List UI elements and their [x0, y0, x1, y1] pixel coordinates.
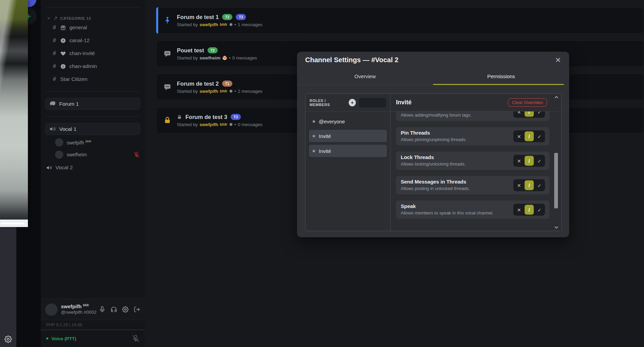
- forum-channel-forum-1[interactable]: Forum 1: [45, 98, 140, 110]
- author-tag: bhfr: [220, 22, 227, 27]
- category-header[interactable]: CATEGORIE 12: [47, 16, 139, 20]
- deny-button[interactable]: ✕: [514, 156, 524, 166]
- logout-icon[interactable]: [134, 306, 140, 313]
- speaker-icon: [49, 126, 56, 132]
- neutral-button[interactable]: /: [525, 111, 534, 117]
- hash-icon: #: [52, 76, 57, 83]
- channel-name: general: [69, 24, 87, 31]
- role-label: @everyone: [319, 119, 345, 124]
- voice-user-swefpifh[interactable]: swefpifh bhfr: [55, 138, 139, 147]
- post-title: Pouet test: [177, 47, 204, 54]
- tab-overview[interactable]: Overview: [297, 68, 433, 85]
- sidebar-channel-general[interactable]: # general: [41, 21, 145, 34]
- permission-row: Send Messages in Threads Allows posting …: [396, 176, 549, 194]
- post-author: swefpifh: [200, 22, 218, 27]
- gift-icon: [60, 25, 66, 31]
- build-info-text: PHP 8.2.29 | 14:49: [46, 323, 82, 327]
- permission-row: Pin Threads Allows pinning/unpinning thr…: [396, 127, 549, 145]
- role-item-invite[interactable]: Invité: [309, 130, 387, 142]
- started-by-label: Started by: [177, 55, 198, 60]
- started-by-label: Started by: [177, 122, 198, 127]
- deny-button[interactable]: ✕: [514, 180, 524, 190]
- roles-search-box[interactable]: [359, 98, 386, 107]
- voice-channel-vocal-2[interactable]: Vocal 2: [46, 164, 139, 171]
- tab-permissions[interactable]: Permissions: [433, 68, 569, 85]
- info-circle-icon: i: [60, 64, 66, 69]
- gear-icon[interactable]: [122, 306, 129, 313]
- message-count: 0 messages: [238, 122, 263, 127]
- deny-button[interactable]: ✕: [514, 132, 524, 141]
- sidebar-channel-chan-invite[interactable]: # chan-invité: [41, 47, 145, 60]
- channel-name: canal-12: [69, 37, 89, 44]
- allow-button[interactable]: ✓: [535, 111, 544, 117]
- permission-title: Speak: [401, 203, 514, 209]
- voice-channel-label: Vocal 2: [55, 164, 73, 171]
- user-handle: @swefpifh #0002: [61, 310, 97, 315]
- neutral-button[interactable]: /: [525, 180, 534, 190]
- close-icon[interactable]: ✕: [555, 56, 561, 64]
- hammer-icon: [53, 16, 58, 20]
- hash-icon: #: [52, 37, 57, 44]
- permission-toggle: ✕ / ✓: [513, 204, 545, 216]
- mic-icon[interactable]: [99, 306, 105, 313]
- divider: [46, 91, 139, 91]
- voice-user-swefheim[interactable]: swefheim: [55, 150, 139, 159]
- role-item-everyone[interactable]: @everyone: [309, 116, 387, 127]
- allow-button[interactable]: ✓: [535, 156, 544, 166]
- tag-badge: T2: [208, 47, 218, 53]
- voice-connected-dot: [46, 337, 48, 340]
- snowflake-emoji-icon: ❄: [229, 89, 233, 94]
- snowflake-emoji-icon: ❄: [229, 122, 233, 127]
- dot-separator: •: [234, 122, 236, 127]
- deny-button[interactable]: ✕: [514, 205, 524, 215]
- permission-description: Allows posting in unlocked threads.: [401, 186, 514, 191]
- post-author: swefpifh: [200, 122, 218, 127]
- scroll-down-icon[interactable]: [554, 225, 559, 229]
- permission-toggle: ✕ / ✓: [513, 179, 545, 191]
- post-title: Forum de test 2: [177, 81, 219, 87]
- mic-slash-icon[interactable]: [132, 335, 139, 342]
- neutral-button[interactable]: /: [525, 156, 534, 166]
- add-role-button[interactable]: +: [349, 99, 356, 106]
- permission-title: Lock Threads: [401, 154, 514, 160]
- forum-post-card[interactable]: Forum de test 1 T2 T3 Started by swefpif…: [156, 7, 644, 34]
- roles-panel: ROLES / MEMBERS + @everyone Invité: [306, 94, 391, 231]
- post-author: swefpifh: [200, 89, 218, 94]
- pushpin-icon: [162, 16, 172, 24]
- hash-icon: #: [52, 63, 57, 70]
- photo-window-bottom-bar: [0, 220, 28, 227]
- deny-button[interactable]: ✕: [514, 111, 524, 117]
- permission-description: Allows locking/unlocking threads.: [401, 161, 514, 167]
- neutral-button[interactable]: /: [525, 205, 534, 215]
- scrollbar-thumb[interactable]: [554, 153, 558, 208]
- role-item-invite[interactable]: Invité: [309, 145, 387, 157]
- sidebar-channel-canal-12[interactable]: # ? canal-12: [41, 34, 145, 47]
- scroll-up-icon[interactable]: [554, 95, 559, 99]
- channel-sidebar: CATEGORIE 12 # general # ? canal-12 # ch…: [41, 0, 145, 347]
- permission-description: Allows pinning/unpinning threads.: [401, 137, 514, 142]
- clear-overrides-button[interactable]: Clear Overrides: [508, 98, 547, 107]
- avatar[interactable]: [45, 303, 57, 316]
- sidebar-channel-star-citizen[interactable]: # Star Citizen: [41, 73, 145, 86]
- forum-bubbles-icon: [49, 101, 56, 107]
- voice-user-name: swefheim: [67, 152, 87, 157]
- permission-row: Allows adding/modifying forum tags. ✕ / …: [396, 111, 549, 121]
- allow-button[interactable]: ✓: [535, 132, 544, 141]
- channel-settings-modal: Channel Settings — #Vocal 2 ✕ Overview P…: [297, 52, 569, 237]
- role-dot-icon: [313, 120, 315, 123]
- allow-button[interactable]: ✓: [535, 180, 544, 190]
- allow-button[interactable]: ✓: [535, 205, 544, 215]
- headphones-icon[interactable]: [111, 306, 117, 313]
- sidebar-channel-chan-admin[interactable]: # i chan-admin: [41, 60, 145, 73]
- post-title: Forum de test 1: [177, 14, 219, 20]
- voice-channel-vocal-1[interactable]: Vocal 1: [45, 123, 140, 135]
- role-label: Invité: [319, 148, 331, 154]
- user-tag: bhfr: [83, 303, 89, 307]
- settings-gear-icon[interactable]: [4, 335, 12, 343]
- scrollbar[interactable]: [554, 94, 559, 230]
- user-tag: bhfr: [85, 140, 92, 143]
- mic-muted-icon: [134, 152, 139, 157]
- permission-toggle: ✕ / ✓: [513, 155, 545, 167]
- tag-badge: T1: [222, 81, 232, 87]
- neutral-button[interactable]: /: [525, 132, 534, 141]
